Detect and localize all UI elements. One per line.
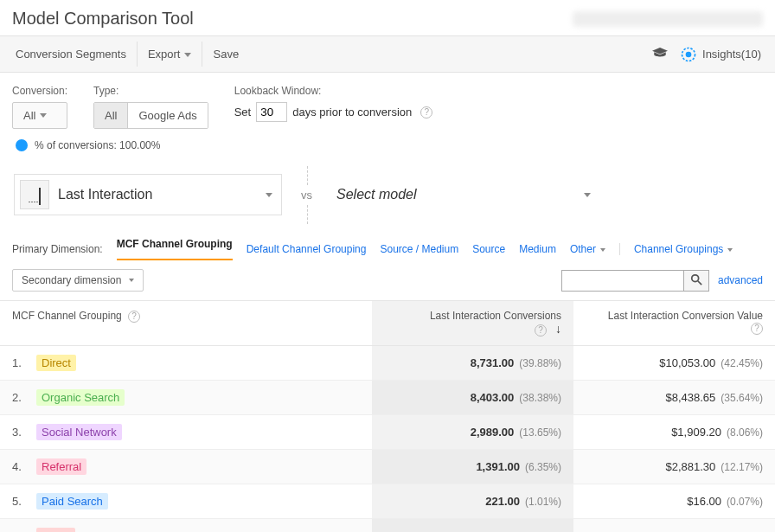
conversion-value-pct: (42.45%) bbox=[721, 357, 763, 369]
conversion-value: $1,909.20 bbox=[671, 426, 721, 439]
dim-other[interactable]: Other bbox=[570, 243, 605, 255]
table-row[interactable]: 5.Paid Search221.00(1.01%)$16.00(0.07%) bbox=[0, 484, 775, 518]
conversions-pct: (39.88%) bbox=[519, 357, 561, 369]
insights-icon bbox=[680, 46, 697, 63]
last-interaction-icon bbox=[20, 180, 49, 209]
col-value-header[interactable]: Last Interaction Conversion Value bbox=[608, 310, 763, 322]
primary-dimension-label: Primary Dimension: bbox=[12, 243, 103, 255]
row-index: 4. bbox=[12, 460, 36, 473]
col-conversions-header[interactable]: Last Interaction Conversions bbox=[430, 310, 561, 322]
dim-other-label: Other bbox=[570, 243, 596, 255]
conversion-value: All bbox=[23, 109, 35, 122]
pct-of-conversions-label: % of conversions: 100.00% bbox=[35, 139, 160, 151]
chevron-down-icon bbox=[584, 193, 591, 197]
model-a-dropdown[interactable]: Last Interaction bbox=[14, 174, 282, 215]
chevron-down-icon bbox=[40, 113, 47, 118]
dim-source-medium[interactable]: Source / Medium bbox=[380, 243, 458, 255]
svg-point-2 bbox=[692, 274, 699, 281]
table-row[interactable]: 2.Organic Search8,403.00(38.38%)$8,438.6… bbox=[0, 380, 775, 414]
search-icon bbox=[690, 273, 702, 285]
row-index: 6. bbox=[12, 529, 36, 533]
search-box bbox=[561, 270, 709, 292]
results-table: MCF Channel Grouping ? Last Interaction … bbox=[0, 300, 775, 532]
svg-point-1 bbox=[686, 51, 692, 57]
model-b-placeholder: Select model bbox=[336, 187, 580, 202]
row-index: 2. bbox=[12, 391, 36, 404]
conversions-value: 1,391.00 bbox=[476, 460, 520, 473]
secondary-dimension-label: Secondary dimension bbox=[22, 274, 121, 286]
conversions-value: 152.00 bbox=[485, 529, 520, 533]
series-dot-icon bbox=[16, 139, 28, 151]
conversion-label: Conversion: bbox=[12, 85, 67, 97]
col-channel-header[interactable]: MCF Channel Grouping bbox=[12, 310, 122, 322]
type-google-ads-button[interactable]: Google Ads bbox=[127, 103, 207, 128]
insights-count: 10 bbox=[745, 48, 757, 61]
model-a-name: Last Interaction bbox=[58, 187, 261, 202]
conversions-pct: (6.35%) bbox=[525, 461, 561, 473]
conversion-value: $10,053.00 bbox=[659, 356, 715, 369]
vs-label: vs bbox=[301, 189, 312, 202]
save-button[interactable]: Save bbox=[202, 42, 249, 67]
lookback-days-input[interactable] bbox=[256, 102, 287, 122]
type-label: Type: bbox=[93, 85, 208, 97]
dim-source[interactable]: Source bbox=[472, 243, 505, 255]
type-all-button[interactable]: All bbox=[94, 103, 127, 128]
conversions-value: 2,989.00 bbox=[471, 426, 515, 439]
dim-medium[interactable]: Medium bbox=[519, 243, 556, 255]
sort-descending-icon[interactable]: ↓ bbox=[555, 322, 561, 336]
help-icon[interactable]: ? bbox=[535, 324, 547, 337]
conversion-value: $382.50 bbox=[681, 529, 721, 533]
svg-line-3 bbox=[698, 280, 701, 284]
row-index: 3. bbox=[12, 426, 36, 439]
channel-groupings-dropdown[interactable]: Channel Groupings bbox=[634, 243, 733, 255]
table-row[interactable]: 1.Direct8,731.00(39.88%)$10,053.00(42.45… bbox=[0, 345, 775, 380]
channel-chip: Referral bbox=[36, 458, 86, 475]
channel-chip: Direct bbox=[36, 355, 76, 371]
conversion-value: $2,881.30 bbox=[665, 460, 715, 473]
insights-label: Insights bbox=[702, 48, 741, 61]
model-b-dropdown[interactable]: Select model bbox=[331, 182, 599, 208]
lookback-label: Lookback Window: bbox=[234, 85, 433, 97]
table-row[interactable]: 6.Email152.00(0.69%)$382.50(1.62%) bbox=[0, 518, 775, 532]
channel-chip: Email bbox=[36, 528, 75, 533]
advanced-link[interactable]: advanced bbox=[718, 274, 763, 286]
row-index: 1. bbox=[12, 356, 36, 369]
dim-default-channel-grouping[interactable]: Default Channel Grouping bbox=[247, 243, 367, 255]
channel-chip: Social Network bbox=[36, 424, 122, 440]
conversion-value: $8,438.65 bbox=[665, 391, 715, 404]
chevron-down-icon bbox=[266, 193, 272, 197]
graduation-cap-icon[interactable] bbox=[652, 47, 668, 61]
help-icon[interactable]: ? bbox=[751, 323, 763, 335]
chevron-down-icon bbox=[727, 248, 733, 252]
search-input[interactable] bbox=[562, 271, 683, 291]
conversions-value: 221.00 bbox=[485, 495, 520, 508]
conversion-value-pct: (0.07%) bbox=[727, 496, 763, 508]
toolbar: Conversion Segments Export Save Insights… bbox=[0, 35, 775, 73]
table-row[interactable]: 3.Social Network2,989.00(13.65%)$1,909.2… bbox=[0, 414, 775, 449]
conversions-value: 8,403.00 bbox=[471, 391, 515, 404]
secondary-dimension-dropdown[interactable]: Secondary dimension bbox=[12, 269, 144, 292]
channel-chip: Organic Search bbox=[36, 389, 125, 406]
chevron-down-icon bbox=[184, 53, 191, 57]
export-button[interactable]: Export bbox=[137, 42, 202, 67]
dim-mcf-channel-grouping[interactable]: MCF Channel Grouping bbox=[117, 238, 233, 260]
type-segmented: All Google Ads bbox=[93, 102, 208, 129]
conversion-value-pct: (8.06%) bbox=[727, 426, 763, 439]
conversion-value-pct: (12.17%) bbox=[721, 461, 763, 473]
insights-button[interactable]: Insights(10) bbox=[680, 46, 761, 63]
separator bbox=[619, 243, 620, 255]
conversions-value: 8,731.00 bbox=[471, 356, 515, 369]
search-button[interactable] bbox=[683, 271, 708, 291]
help-icon[interactable]: ? bbox=[420, 106, 432, 119]
row-index: 5. bbox=[12, 495, 36, 508]
conversion-dropdown[interactable]: All bbox=[12, 102, 67, 129]
conversion-segments-button[interactable]: Conversion Segments bbox=[5, 42, 137, 67]
table-row[interactable]: 4.Referral1,391.00(6.35%)$2,881.30(12.17… bbox=[0, 449, 775, 484]
chevron-down-icon bbox=[129, 279, 134, 282]
conversions-pct: (38.38%) bbox=[519, 392, 561, 404]
page-title: Model Comparison Tool bbox=[12, 9, 194, 29]
help-icon[interactable]: ? bbox=[128, 311, 140, 323]
conversions-pct: (1.01%) bbox=[525, 496, 561, 508]
lookback-suffix: days prior to conversion bbox=[292, 106, 412, 119]
lookback-set-label: Set bbox=[234, 106, 252, 119]
